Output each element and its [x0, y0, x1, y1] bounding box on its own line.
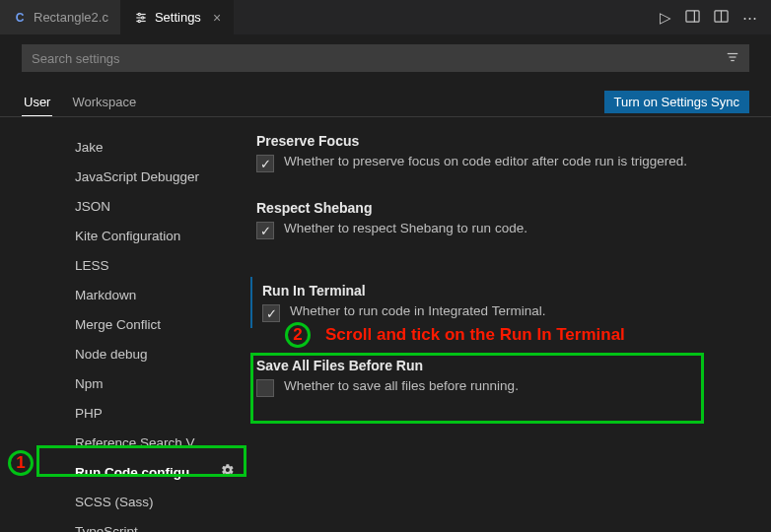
sidebar-item-scss[interactable]: SCSS (Sass) — [0, 488, 246, 517]
sidebar-item-npm[interactable]: Npm — [0, 369, 246, 399]
sidebar-item-run-code-config[interactable]: Run Code configu... — [0, 458, 246, 488]
setting-title: Preserve Focus — [256, 133, 747, 149]
sidebar-item-kite[interactable]: Kite Configuration — [0, 222, 246, 251]
tab-file[interactable]: C Rectangle2.c — [0, 0, 121, 34]
title-actions: ▷ ⋯ — [646, 0, 771, 34]
scope-row: User Workspace Turn on Settings Sync — [0, 78, 771, 117]
setting-desc: Whether to save all files before running… — [284, 377, 519, 396]
svg-point-4 — [141, 16, 143, 18]
setting-run-in-terminal: Run In Terminal Whether to run code in I… — [256, 283, 747, 322]
scope-workspace[interactable]: Workspace — [70, 89, 138, 115]
settings-sync-button[interactable]: Turn on Settings Sync — [604, 91, 749, 113]
gear-icon[interactable] — [221, 462, 235, 484]
checkbox-preserve-focus[interactable] — [256, 155, 274, 172]
setting-title: Run In Terminal — [262, 283, 747, 299]
c-file-icon: C — [12, 10, 28, 26]
setting-desc: Whether to preserve focus on code editor… — [284, 153, 687, 171]
setting-preserve-focus: Preserve Focus Whether to preserve focus… — [256, 133, 747, 172]
sidebar-item-jake[interactable]: Jake — [0, 133, 246, 163]
setting-respect-shebang: Respect Shebang Whether to respect Sheba… — [256, 200, 747, 239]
tab-file-label: Rectangle2.c — [34, 10, 108, 25]
search-input[interactable] — [32, 51, 726, 66]
checkbox-respect-shebang[interactable] — [256, 222, 274, 239]
sidebar-item-merge-conflict[interactable]: Merge Conflict — [0, 310, 246, 340]
tab-settings-label: Settings — [155, 10, 201, 25]
settings-icon — [133, 10, 149, 26]
sidebar-item-json[interactable]: JSON — [0, 192, 246, 222]
settings-content: Preserve Focus Whether to preserve focus… — [246, 117, 771, 532]
checkbox-save-all[interactable] — [256, 379, 274, 397]
run-icon[interactable]: ▷ — [660, 9, 671, 27]
sidebar-item-reference-search[interactable]: Reference Search V... — [0, 429, 246, 458]
settings-sidebar: Jake JavaScript Debugger JSON Kite Confi… — [0, 117, 246, 532]
sidebar-item-markdown[interactable]: Markdown — [0, 281, 246, 310]
close-icon[interactable]: × — [213, 10, 221, 26]
filter-icon[interactable] — [726, 50, 739, 67]
sidebar-item-php[interactable]: PHP — [0, 399, 246, 429]
setting-title: Respect Shebang — [256, 200, 747, 216]
sidebar-item-label: Run Code configu... — [75, 465, 201, 480]
sidebar-item-typescript[interactable]: TypeScript — [0, 517, 246, 532]
setting-desc: Whether to run code in Integrated Termin… — [290, 302, 545, 321]
sidebar-item-node-debug[interactable]: Node debug — [0, 340, 246, 369]
tab-bar: C Rectangle2.c Settings × ▷ ⋯ — [0, 0, 771, 34]
setting-desc: Whether to respect Shebang to run code. — [284, 220, 527, 238]
setting-save-all: Save All Files Before Run Whether to sav… — [256, 358, 747, 397]
checkbox-run-in-terminal[interactable] — [262, 304, 280, 322]
setting-title: Save All Files Before Run — [256, 358, 747, 373]
more-icon[interactable]: ⋯ — [742, 9, 757, 27]
split-editor-icon[interactable] — [685, 9, 700, 27]
svg-point-3 — [138, 13, 140, 15]
svg-rect-6 — [686, 10, 699, 21]
sidebar-item-less[interactable]: LESS — [0, 251, 246, 281]
search-settings[interactable] — [22, 44, 749, 72]
layout-icon[interactable] — [714, 9, 729, 27]
scope-user[interactable]: User — [22, 89, 52, 116]
tab-settings[interactable]: Settings × — [121, 0, 234, 34]
sidebar-item-js-debugger[interactable]: JavaScript Debugger — [0, 163, 246, 192]
svg-point-5 — [138, 20, 140, 22]
